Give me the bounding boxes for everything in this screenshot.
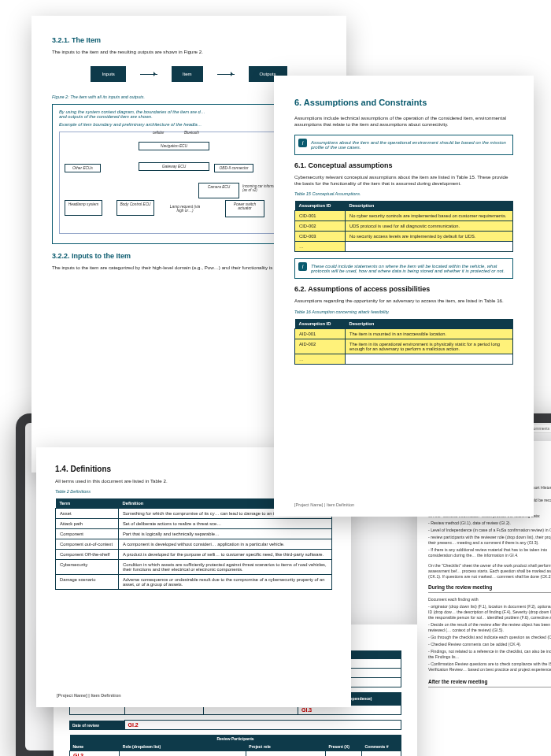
arch-block-navigation: Navigation ECU bbox=[139, 142, 209, 150]
line: - Review method (GI.1), date of review (… bbox=[428, 521, 551, 526]
table-15-caption: Table 15 Conceptual Assumptions. bbox=[294, 191, 513, 196]
arch-label-cellular: cellular bbox=[153, 131, 164, 135]
line: On the "Checklist" sheet the owner of th… bbox=[428, 563, 551, 580]
diagram-inputs-box: Inputs bbox=[91, 66, 125, 82]
heading-6-2: 6.2. Assumptions of access possibilities bbox=[294, 285, 513, 293]
th-assumption-id: Assumption ID bbox=[295, 319, 346, 329]
page-footer: [Project Name] | Item Definition bbox=[57, 693, 121, 698]
line: - Findings, not related to a reference i… bbox=[428, 649, 551, 660]
callout-location: i These could include statements on wher… bbox=[294, 258, 513, 279]
table-16-caption: Table 16 Assumption concerning attack fe… bbox=[294, 309, 513, 314]
heading-3-2-1: 3.2.1. The Item bbox=[52, 36, 326, 44]
line: - Decide on the result of the review aft… bbox=[428, 622, 551, 633]
doc-page-assumptions: 6. Assumptions and Constraints Assumptio… bbox=[274, 76, 534, 517]
line: - Checked Review comments can be added (… bbox=[428, 642, 551, 647]
heading-after-meeting: After the review meeting bbox=[428, 679, 551, 684]
line: - Go through the checklist and indicate … bbox=[428, 635, 551, 640]
table-15: Assumption IDDescription CID-001No cyber… bbox=[294, 201, 513, 252]
arch-label-bluetooth: Bluetooth bbox=[184, 131, 199, 135]
table-row: CID-001No cyber security controls are im… bbox=[295, 211, 513, 221]
arch-block-gateway: Gateway ECU bbox=[139, 162, 209, 171]
th-assumption-id: Assumption ID bbox=[295, 201, 346, 211]
info-icon: i bbox=[298, 262, 307, 271]
callout-text: These could include statements on where … bbox=[311, 264, 505, 273]
divider bbox=[428, 687, 551, 687]
arch-block-obd: OBD-II connector bbox=[214, 164, 253, 172]
page-footer: [Project Name] | Item Definition bbox=[294, 502, 354, 507]
table-16: Assumption IDDescription AID-001The item… bbox=[294, 319, 513, 365]
arrow-icon bbox=[140, 74, 157, 75]
date-table: Date of reviewGI.2 bbox=[69, 720, 401, 730]
callout-mission-profile: i Assumptions about the item and the ope… bbox=[294, 135, 513, 155]
th-term: Term bbox=[56, 498, 119, 509]
table-row: … bbox=[295, 354, 513, 364]
arch-block-headlamp: Headlamp system bbox=[65, 200, 102, 216]
para-6-1: Cybersecurity relevant conceptual assump… bbox=[294, 174, 513, 187]
table-row: AID-002The item in its operational envir… bbox=[295, 339, 513, 354]
line: - review participants with the reviewer … bbox=[428, 535, 551, 546]
diagram-item-box: Item bbox=[172, 66, 203, 82]
arch-block-power: Power switch actuator bbox=[225, 200, 264, 217]
table-row: AID-001The item is mounted in an inacces… bbox=[295, 328, 513, 339]
marker-gi2: GI.2 bbox=[128, 722, 139, 728]
info-icon: i bbox=[298, 139, 307, 147]
table-row: Component out-of-contextA component is d… bbox=[56, 539, 332, 550]
marker-gi3b: GI.3 bbox=[73, 753, 83, 756]
para-6-2: Assumptions regarding the opportunity fo… bbox=[294, 298, 513, 304]
arch-block-body: Body Control ECU bbox=[116, 200, 154, 216]
line: - Level of Independence (in case of a Fu… bbox=[428, 528, 551, 533]
heading-6: 6. Assumptions and Constraints bbox=[294, 98, 513, 107]
callout-text: Assumptions about the item and the opera… bbox=[311, 140, 506, 150]
table-row: ComponentPart that is logically and tech… bbox=[56, 529, 332, 539]
line: - originator (drop down list) (F.1), loc… bbox=[428, 604, 551, 621]
th-description: Description bbox=[346, 201, 513, 211]
heading-6-1: 6.1. Conceptual assumptions bbox=[294, 161, 513, 169]
table-row: … bbox=[295, 242, 513, 252]
arrow-icon bbox=[217, 74, 235, 75]
table-row: CID-003No security access levels are imp… bbox=[295, 232, 513, 242]
para-item-intro: The inputs to the item and the resulting… bbox=[52, 49, 326, 55]
table-row: Damage scenarioAdverse consequence or un… bbox=[56, 575, 332, 590]
marker-gi3: GI.3 bbox=[301, 707, 312, 713]
table-row: Attack pathSet of deliberate actions to … bbox=[56, 519, 332, 529]
line: - If there is any additional review mate… bbox=[428, 547, 551, 558]
table-row: Component Off-the-shelfA product is deve… bbox=[56, 550, 332, 560]
th-description: Description bbox=[346, 319, 513, 329]
table-row: GI.3 bbox=[70, 751, 401, 757]
arch-block-lamp: Lamp request (via high or…) bbox=[164, 203, 206, 214]
participants-table: Review Participants NameRole (dropdown l… bbox=[69, 735, 401, 756]
para-6-intro: Assumptions include technical assumption… bbox=[294, 115, 513, 128]
arch-block-other: Other ECUs bbox=[65, 164, 101, 172]
line: Document each finding with bbox=[428, 597, 551, 602]
divider bbox=[428, 592, 551, 593]
arch-block-camera: Camera ECU bbox=[198, 183, 239, 198]
heading-during-meeting: During the review meeting bbox=[428, 584, 551, 590]
table-row: CybersecurityCondition in which assets a… bbox=[56, 560, 332, 575]
line: - Confirmation Review questions are to c… bbox=[428, 662, 551, 673]
table-row: CID-002UDS protocol is used for all diag… bbox=[295, 221, 513, 232]
